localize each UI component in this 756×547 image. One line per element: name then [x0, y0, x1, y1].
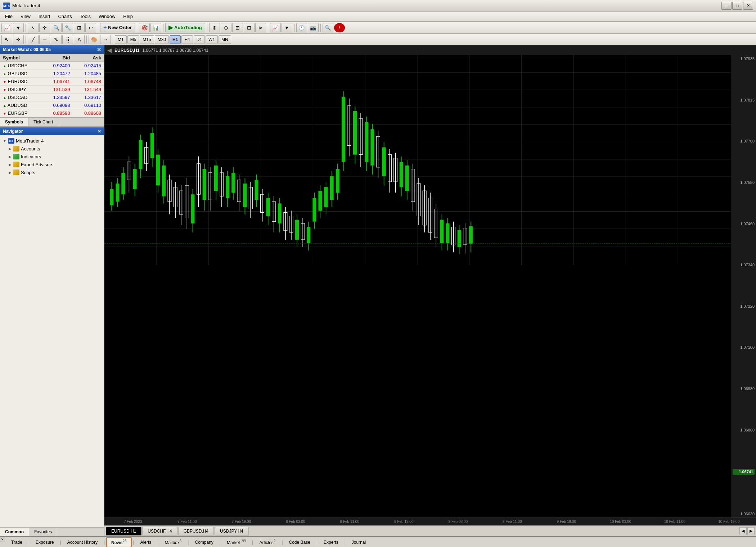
clock-btn[interactable]: 🕐 — [296, 23, 307, 32]
hline-tool[interactable]: ─ — [39, 35, 50, 44]
pencil-tool[interactable]: ✎ — [51, 35, 62, 44]
bottom-tab-mailbox[interactable]: Mailbox6 — [160, 537, 186, 547]
menu-file[interactable]: File — [1, 13, 16, 20]
bottom-tab-journal[interactable]: Journal — [347, 538, 370, 547]
nav-item-mt4[interactable]: ▼ MT MetaTrader 4 — [0, 137, 104, 145]
new-order-button[interactable]: + New Order — [100, 23, 135, 32]
tf-m5[interactable]: M5 — [127, 35, 139, 44]
candlestick-chart — [104, 55, 731, 265]
tf-h4[interactable]: H4 — [181, 35, 193, 44]
chart-tab-eurusd-h1[interactable]: EURUSD,H1 — [106, 527, 141, 535]
tf-w1[interactable]: W1 — [206, 35, 218, 44]
tf-m30[interactable]: M30 — [155, 35, 169, 44]
menu-window[interactable]: Window — [95, 13, 119, 20]
templates-btn[interactable]: ▼ — [282, 23, 292, 32]
tf-d1[interactable]: D1 — [194, 35, 205, 44]
mw-col-ask: Ask — [73, 54, 104, 62]
bottom-tab-codebase[interactable]: Code Base — [284, 538, 315, 547]
close-button[interactable]: ✕ — [743, 2, 753, 10]
zoom-in-btn[interactable]: 🔍 — [51, 23, 62, 32]
zoom-in-chart-btn[interactable]: ⊕ — [209, 23, 220, 32]
chart-canvas[interactable]: 1.07935 1.07815 1.07700 1.07580 1.07460 … — [104, 55, 756, 517]
arrow-tool[interactable]: → — [100, 35, 111, 44]
nav-item-scripts[interactable]: ▶ Scripts — [0, 168, 104, 176]
text-tool[interactable]: A — [74, 35, 85, 44]
bottom-tab-exposure[interactable]: Exposure — [31, 538, 59, 547]
tf-h1[interactable]: H1 — [170, 35, 181, 44]
menu-insert[interactable]: Insert — [35, 13, 54, 20]
undo-btn[interactable]: ↩ — [85, 23, 96, 32]
maximize-button[interactable]: □ — [732, 2, 742, 10]
nav-item-accounts[interactable]: ▶ Accounts — [0, 145, 104, 153]
mw-row-gbpusd[interactable]: ▲ GBPUSD 1.20472 1.20485 — [0, 70, 104, 78]
bottom-tab-trade[interactable]: Trade — [6, 538, 27, 547]
bottom-tab-articles[interactable]: Articles2 — [255, 537, 280, 547]
mw-row-usdjpy[interactable]: ▼ USDJPY 131.539 131.549 — [0, 86, 104, 94]
menu-bar: File View Insert Charts Tools Window Hel… — [0, 12, 756, 22]
chart-tab-usdchf-h4[interactable]: USDCHF,H4 — [142, 527, 177, 535]
screenshot-btn[interactable]: 📷 — [308, 23, 319, 32]
nav-item-experts[interactable]: ▶ Expert Advisors — [0, 161, 104, 168]
properties-btn[interactable]: 🔧 — [62, 23, 73, 32]
zoom-out-chart-btn[interactable]: ⊖ — [221, 23, 231, 32]
tf-m15[interactable]: M15 — [140, 35, 154, 44]
bottom-tab-news[interactable]: News23 — [106, 537, 131, 547]
chart-tabs: EURUSD,H1 USDCHF,H4 GBPUSD,H4 USDJPY,H4 … — [104, 525, 756, 536]
search-btn[interactable]: 🔍 — [323, 23, 333, 32]
svg-rect-97 — [324, 187, 328, 207]
market-watch-close-btn[interactable]: ✕ — [97, 47, 101, 53]
period-sep-btn[interactable]: ⊟ — [244, 23, 255, 32]
nav-icon-mt4: MT — [8, 138, 14, 144]
rect-tool[interactable]: ⣿ — [62, 35, 73, 44]
indicators-btn[interactable]: 📈 — [270, 23, 281, 32]
nav-item-indicators[interactable]: ▶ Indicators — [0, 153, 104, 161]
mw-row-usdchf[interactable]: ▲ USDCHF 0.92400 0.92415 — [0, 62, 104, 70]
menu-charts[interactable]: Charts — [54, 13, 75, 20]
mw-tab-symbols[interactable]: Symbols — [0, 118, 28, 126]
menu-view[interactable]: View — [17, 13, 34, 20]
chart-tab-nav: ◀ ▶ — [739, 527, 755, 535]
notification-btn[interactable]: ! — [334, 23, 345, 32]
crosshair-tool[interactable]: ✛ — [13, 35, 24, 44]
bottom-tab-alerts[interactable]: Alerts — [136, 538, 156, 547]
crosshair-btn[interactable]: ✛ — [39, 23, 50, 32]
minimize-button[interactable]: ─ — [721, 2, 732, 10]
navigator-title: Navigator — [3, 129, 23, 134]
bottom-tab-account-history[interactable]: Account History — [63, 538, 102, 547]
cursor-tool[interactable]: ↖ — [1, 35, 12, 44]
mw-row-usdcad[interactable]: ▲ USDCAD 1.33597 1.33617 — [0, 94, 104, 101]
chart-shift-btn[interactable]: ⊳ — [255, 23, 266, 32]
chart-bar-btn[interactable]: ⊞ — [74, 23, 85, 32]
nav-tab-favorites[interactable]: Favorites — [29, 528, 57, 536]
nav-tab-common[interactable]: Common — [0, 528, 29, 536]
navigator-close-btn[interactable]: ✕ — [98, 129, 101, 134]
bottom-tab-experts[interactable]: Experts — [319, 538, 343, 547]
buy-btn[interactable]: 🎯 — [139, 23, 150, 32]
svg-rect-59 — [214, 166, 218, 191]
mw-row-audusd[interactable]: ▲ AUDUSD 0.69098 0.69110 — [0, 101, 104, 109]
chart-tab-next-btn[interactable]: ▶ — [747, 527, 755, 535]
tf-mn[interactable]: MN — [219, 35, 231, 44]
new-chart-btn[interactable]: 📈 — [1, 23, 12, 32]
color-picker[interactable]: 🎨 — [89, 35, 99, 44]
mw-row-eurusd[interactable]: ▼ EURUSD 1.06741 1.06748 — [0, 78, 104, 86]
chart-tab-prev-btn[interactable]: ◀ — [739, 527, 747, 535]
navigator-header: Navigator ✕ — [0, 127, 104, 135]
auto-scroll-btn[interactable]: ⊡ — [232, 23, 243, 32]
template-btn[interactable]: ▼ — [13, 23, 24, 32]
bottom-tab-market[interactable]: Market199 — [222, 537, 251, 547]
mw-tab-tickchart[interactable]: Tick Chart — [28, 118, 58, 126]
mw-row-eurgbp[interactable]: ▼ EURGBP 0.88593 0.88608 — [0, 109, 104, 117]
news-close-btn[interactable]: ✕ — [0, 537, 5, 542]
menu-help[interactable]: Help — [120, 13, 136, 20]
cursor-btn[interactable]: ↖ — [28, 23, 39, 32]
tf-m1[interactable]: M1 — [115, 35, 127, 44]
menu-tools[interactable]: Tools — [76, 13, 94, 20]
bottom-tab-company[interactable]: Company — [190, 538, 218, 547]
chart-tab-usdjpy-h4[interactable]: USDJPY,H4 — [215, 527, 248, 535]
chart-tab-gbpusd-h4[interactable]: GBPUSD,H4 — [178, 527, 214, 535]
draw-sep-2 — [86, 36, 87, 44]
sell-btn[interactable]: 📊 — [150, 23, 161, 32]
autotrading-button[interactable]: ▶ AutoTrading — [165, 23, 205, 32]
line-tool[interactable]: ╱ — [28, 35, 39, 44]
